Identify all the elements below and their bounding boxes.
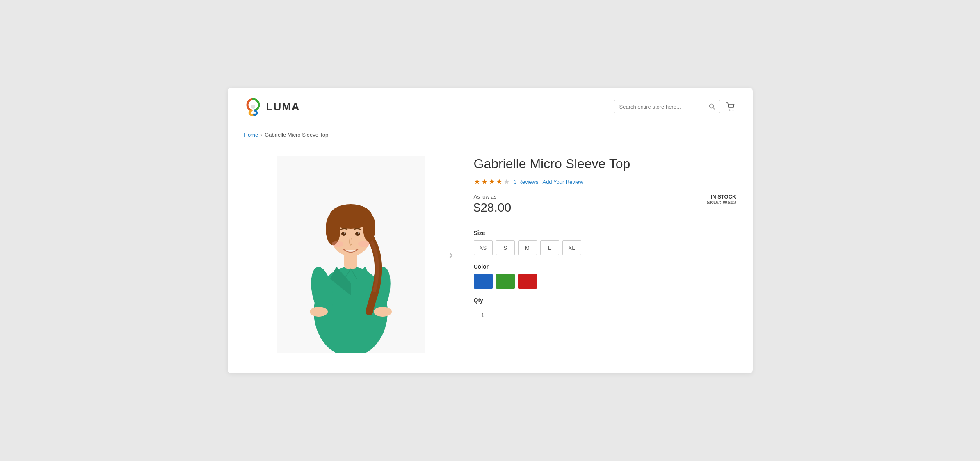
color-label: Color [474,263,736,270]
price-stock-row: As low as $28.00 IN STOCK SKU#: WS02 [474,194,736,215]
product-figure [277,156,425,353]
star-3: ★ [489,177,495,186]
size-l[interactable]: L [540,240,559,255]
search-input[interactable] [614,101,705,113]
breadcrumb-home[interactable]: Home [244,132,258,138]
rating-row: ★ ★ ★ ★ ★ 3 Reviews Add Your Review [474,177,736,186]
svg-point-17 [341,232,346,236]
star-5: ★ [503,177,510,186]
product-title: Gabrielle Micro Sleeve Top [474,156,736,171]
stock-info: IN STOCK SKU#: WS02 [706,194,736,205]
color-blue[interactable] [474,274,493,289]
svg-point-21 [332,241,343,247]
qty-label: Qty [474,297,736,304]
svg-point-1 [251,105,255,109]
sku-label: SKU#: [706,200,721,205]
search-box [614,100,720,113]
logo-icon [244,98,262,116]
breadcrumb: Home › Gabrielle Micro Sleeve Top [228,126,753,144]
svg-point-25 [310,307,328,317]
add-review-link[interactable]: Add Your Review [542,179,583,185]
svg-point-5 [732,110,733,111]
size-options: XS S M L XL [474,240,736,255]
cart-icon [726,101,736,112]
svg-point-18 [355,232,360,236]
star-rating: ★ ★ ★ ★ ★ [474,177,510,186]
color-red[interactable] [518,274,537,289]
search-button[interactable] [705,100,720,113]
svg-point-16 [363,213,375,242]
svg-point-22 [358,241,370,247]
size-xs[interactable]: XS [474,240,493,255]
size-s[interactable]: S [496,240,515,255]
star-4: ★ [496,177,503,186]
color-section: Color [474,263,736,289]
product-details: Gabrielle Micro Sleeve Top ★ ★ ★ ★ ★ 3 R… [474,152,736,322]
cart-button[interactable] [726,101,736,112]
svg-point-15 [326,212,340,245]
as-low-as-label: As low as [474,194,512,200]
breadcrumb-current: Gabrielle Micro Sleeve Top [265,132,328,138]
sku: SKU#: WS02 [706,200,736,205]
product-image [277,156,425,353]
search-icon [709,103,715,110]
size-label: Size [474,230,736,236]
svg-point-19 [344,232,345,234]
page-wrapper: LUMA Home › [228,88,753,373]
review-count[interactable]: 3 Reviews [514,179,539,185]
sku-value: WS02 [723,200,736,205]
size-section: Size XS S M L XL [474,230,736,255]
color-green[interactable] [496,274,515,289]
qty-section: Qty [474,297,736,322]
star-1: ★ [474,177,480,186]
svg-point-20 [358,232,359,234]
header-right [614,100,736,113]
size-m[interactable]: M [518,240,537,255]
star-2: ★ [481,177,488,186]
product-image-area: › [244,152,457,357]
next-image-arrow[interactable]: › [449,247,453,262]
product-price: $28.00 [474,201,512,215]
svg-line-3 [713,108,715,110]
size-xl[interactable]: XL [562,240,581,255]
stock-status: IN STOCK [706,194,736,200]
header: LUMA [228,88,753,126]
svg-point-26 [374,307,392,317]
logo-area: LUMA [244,98,300,116]
color-options [474,274,736,289]
product-layout: › Gabrielle Micro Sleeve Top ★ ★ ★ ★ ★ 3… [228,144,753,357]
price-area: As low as $28.00 [474,194,512,215]
svg-point-4 [729,110,730,111]
logo-text: LUMA [266,100,300,113]
breadcrumb-separator: › [260,132,262,138]
price-divider [474,222,736,222]
qty-input[interactable] [474,308,498,322]
